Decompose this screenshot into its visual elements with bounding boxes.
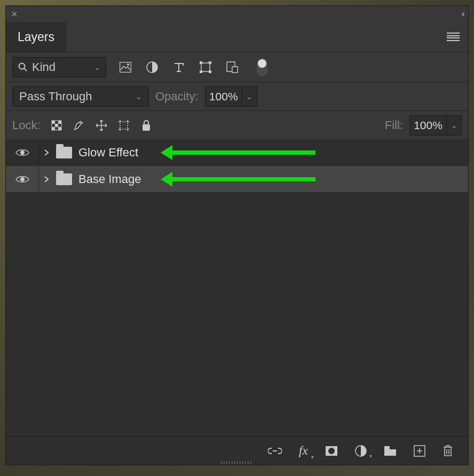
opacity-label: Opacity: <box>155 90 199 104</box>
layer-row-glow-effect[interactable]: Glow Effect <box>6 139 468 166</box>
svg-rect-8 <box>200 70 202 73</box>
svg-rect-25 <box>384 446 390 448</box>
delete-layer-button[interactable] <box>443 445 453 457</box>
svg-point-20 <box>20 150 25 155</box>
fx-label: fx <box>299 443 308 458</box>
svg-point-23 <box>328 448 335 454</box>
lock-row: Lock: Fill: 100% ⌄ <box>6 110 468 139</box>
lock-label: Lock: <box>12 118 41 132</box>
blend-row: Pass Through ⌄ Opacity: 100% ⌄ <box>6 82 468 110</box>
layer-row-base-image[interactable]: Base Image <box>6 166 468 193</box>
panel-menu-button[interactable] <box>447 22 468 52</box>
add-mask-button[interactable] <box>325 446 338 456</box>
adjustment-filter-icon[interactable] <box>146 61 159 74</box>
collapse-icon[interactable]: ‹‹ <box>461 9 463 19</box>
annotation-arrow <box>171 150 315 155</box>
link-layers-button[interactable] <box>268 447 282 455</box>
visibility-toggle[interactable] <box>6 139 39 165</box>
layers-panel: × ‹‹ Layers Kind ⌄ <box>5 5 469 465</box>
lock-artboard-icon[interactable] <box>117 119 130 132</box>
new-group-button[interactable] <box>384 446 397 456</box>
svg-point-21 <box>20 177 25 181</box>
expand-toggle[interactable] <box>39 149 54 156</box>
filter-kind-dropdown[interactable]: Kind ⌄ <box>12 57 106 77</box>
filter-toggle[interactable] <box>257 58 267 76</box>
svg-rect-19 <box>143 124 150 131</box>
search-icon <box>18 62 28 72</box>
folder-icon <box>56 173 72 185</box>
hamburger-icon <box>447 33 460 41</box>
layer-name: Base Image <box>78 172 141 186</box>
bottom-bar: fx ▾ ▾ <box>6 436 468 465</box>
lock-all-icon[interactable] <box>140 119 153 132</box>
lock-position-icon[interactable] <box>95 119 108 132</box>
resize-grip[interactable] <box>221 461 253 464</box>
svg-rect-7 <box>209 61 211 64</box>
layer-list: Glow Effect Base Image <box>6 139 468 436</box>
svg-rect-17 <box>58 127 61 130</box>
tab-layers[interactable]: Layers <box>6 22 66 52</box>
chevron-down-icon: ⌄ <box>136 92 142 101</box>
dropdown-arrow-icon: ▾ <box>369 453 372 459</box>
opacity-dropdown-button[interactable]: ⌄ <box>242 86 257 107</box>
new-layer-button[interactable] <box>414 445 425 457</box>
filter-row: Kind ⌄ <box>6 52 468 82</box>
visibility-toggle[interactable] <box>6 166 39 192</box>
panel-titlebar: × ‹‹ <box>6 6 468 22</box>
lock-transparency-icon[interactable] <box>50 119 63 132</box>
dropdown-arrow-icon: ▾ <box>311 454 313 460</box>
blend-mode-value: Pass Through <box>19 90 92 104</box>
filter-icons <box>119 58 267 76</box>
close-icon[interactable]: × <box>11 8 18 20</box>
expand-toggle[interactable] <box>39 176 54 183</box>
blend-mode-dropdown[interactable]: Pass Through ⌄ <box>12 86 149 107</box>
svg-rect-14 <box>58 121 61 124</box>
svg-rect-11 <box>232 67 238 73</box>
opacity-input[interactable]: 100% <box>205 86 242 107</box>
svg-rect-5 <box>201 63 210 72</box>
fill-dropdown-button[interactable]: ⌄ <box>447 115 462 136</box>
annotation-arrow <box>171 177 315 181</box>
svg-rect-15 <box>55 124 58 127</box>
eye-icon <box>15 174 29 184</box>
layer-name: Glow Effect <box>78 146 138 160</box>
chevron-right-icon <box>44 176 49 183</box>
chevron-down-icon: ⌄ <box>94 63 100 72</box>
lock-pixels-icon[interactable] <box>73 119 85 132</box>
folder-icon <box>56 147 72 158</box>
svg-line-1 <box>24 68 27 71</box>
layer-effects-button[interactable]: fx ▾ <box>299 443 308 458</box>
fill-input[interactable]: 100% <box>409 115 447 136</box>
eye-icon <box>15 148 29 157</box>
svg-rect-18 <box>120 122 128 129</box>
pixel-filter-icon[interactable] <box>119 61 132 74</box>
svg-rect-16 <box>52 127 55 130</box>
svg-point-3 <box>127 64 129 66</box>
type-filter-icon[interactable] <box>172 61 185 74</box>
svg-rect-9 <box>209 70 211 73</box>
filter-kind-label: Kind <box>32 60 56 74</box>
tab-bar: Layers <box>6 22 468 52</box>
fill-label: Fill: <box>385 118 403 132</box>
smart-object-filter-icon[interactable] <box>226 61 239 74</box>
svg-point-0 <box>19 63 25 69</box>
shape-filter-icon[interactable] <box>199 61 212 74</box>
new-adjustment-button[interactable]: ▾ <box>355 445 367 457</box>
svg-rect-13 <box>52 121 55 124</box>
chevron-right-icon <box>44 149 49 156</box>
svg-rect-6 <box>200 61 202 64</box>
